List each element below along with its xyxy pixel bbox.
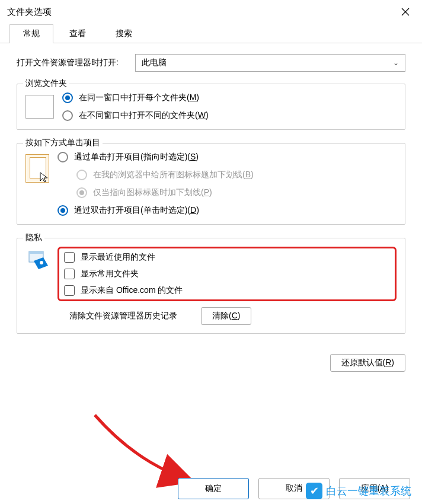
cancel-button[interactable]: 取消 — [258, 478, 330, 499]
checkbox-icon — [64, 285, 75, 296]
radio-icon — [76, 187, 87, 198]
open-explorer-value: 此电脑 — [142, 58, 167, 68]
restore-defaults-button[interactable]: 还原默认值(R) — [330, 354, 405, 372]
open-explorer-label: 打开文件资源管理器时打开: — [17, 58, 119, 68]
radio-browser-underline: 在我的浏览器中给所有图标标题加下划线(B) — [76, 170, 397, 180]
radio-single-click[interactable]: 通过单击打开项目(指向时选定)(S) — [57, 152, 397, 162]
tab-search[interactable]: 搜索 — [102, 24, 146, 43]
chevron-down-icon: ⌄ — [393, 59, 399, 67]
checkbox-office-files[interactable]: 显示来自 Office.com 的文件 — [64, 285, 390, 296]
radio-icon — [57, 152, 68, 162]
click-group: 按如下方式单击项目 通过单击打开项目(指向时选定)(S) 在我的浏览器中给所有图… — [17, 143, 405, 225]
checkbox-label: 显示来自 Office.com 的文件 — [81, 285, 183, 296]
radio-icon — [76, 170, 87, 180]
radio-label: 通过双击打开项目(单击时选定)(D) — [74, 205, 199, 216]
privacy-legend: 隐私 — [23, 232, 44, 243]
radio-point-underline: 仅当指向图标标题时加下划线(P) — [76, 187, 397, 198]
ok-button[interactable]: 确定 — [178, 478, 249, 499]
checkbox-label: 显示最近使用的文件 — [81, 252, 155, 263]
title-bar: 文件夹选项 — [0, 0, 422, 24]
tab-bar: 常规 查看 搜索 — [0, 24, 422, 43]
open-explorer-dropdown[interactable]: 此电脑 ⌄ — [135, 54, 405, 72]
browse-legend: 浏览文件夹 — [23, 78, 69, 89]
checkbox-label: 显示常用文件夹 — [81, 269, 139, 279]
radio-icon — [57, 205, 68, 216]
privacy-group: 隐私 显示最近使用的文件 显示常用文件夹 — [17, 238, 405, 334]
radio-label: 仅当指向图标标题时加下划线(P) — [93, 187, 212, 198]
checkbox-recent-files[interactable]: 显示最近使用的文件 — [64, 252, 390, 263]
radio-label: 在不同窗口中打开不同的文件夹(W) — [79, 110, 209, 121]
folder-icon — [25, 95, 54, 119]
highlight-box: 显示最近使用的文件 显示常用文件夹 显示来自 Office.com 的文件 — [57, 247, 397, 301]
close-icon — [401, 8, 410, 16]
clear-button[interactable]: 清除(C) — [201, 307, 251, 325]
radio-icon — [62, 110, 73, 121]
click-document-icon — [25, 154, 49, 183]
close-button[interactable] — [396, 2, 415, 21]
checkbox-icon — [64, 252, 75, 263]
svg-rect-3 — [29, 251, 43, 254]
dialog-footer: 确定 取消 应用(A) — [0, 478, 422, 499]
checkbox-frequent-folders[interactable]: 显示常用文件夹 — [64, 269, 390, 279]
cursor-icon — [38, 171, 51, 184]
radio-label: 通过单击打开项目(指向时选定)(S) — [74, 152, 199, 162]
tab-view[interactable]: 查看 — [56, 24, 100, 43]
clear-history-label: 清除文件资源管理器历史记录 — [69, 311, 177, 321]
privacy-icon — [25, 249, 49, 273]
browse-group: 浏览文件夹 在同一窗口中打开每个文件夹(M) 在不同窗口中打开不同的文件夹(W) — [17, 84, 405, 130]
apply-button[interactable]: 应用(A) — [339, 478, 410, 499]
radio-label: 在同一窗口中打开每个文件夹(M) — [79, 92, 199, 103]
svg-point-4 — [40, 261, 43, 264]
radio-label: 在我的浏览器中给所有图标标题加下划线(B) — [93, 170, 254, 180]
tab-general[interactable]: 常规 — [9, 24, 53, 43]
window-title: 文件夹选项 — [7, 7, 396, 18]
radio-icon — [62, 92, 73, 103]
radio-same-window[interactable]: 在同一窗口中打开每个文件夹(M) — [62, 92, 397, 103]
radio-diff-window[interactable]: 在不同窗口中打开不同的文件夹(W) — [62, 110, 397, 121]
click-legend: 按如下方式单击项目 — [23, 138, 103, 148]
checkbox-icon — [64, 269, 75, 279]
radio-double-click[interactable]: 通过双击打开项目(单击时选定)(D) — [57, 205, 397, 216]
